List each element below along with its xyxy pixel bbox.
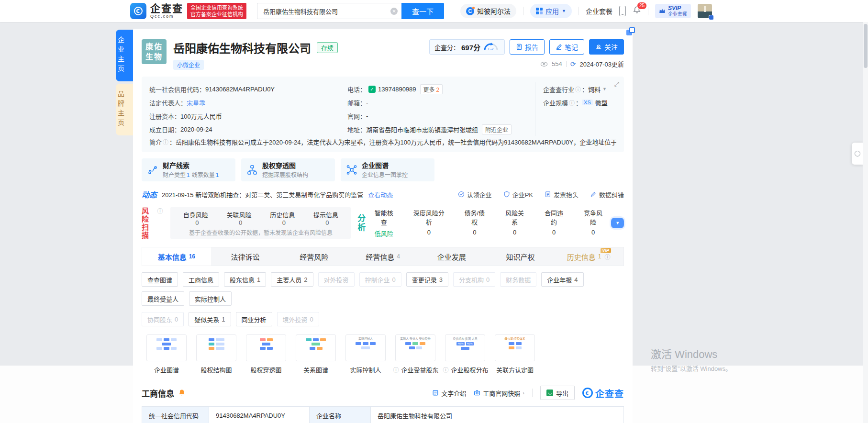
- chip-business-info[interactable]: 工商信息: [183, 272, 219, 287]
- chip-financial-data: 财务数据: [500, 272, 536, 287]
- invoice-icon: [545, 191, 551, 198]
- tab-company-home[interactable]: 企业主页: [116, 30, 133, 81]
- company-size-tag: 小微企业: [173, 60, 204, 70]
- graph-thumb: 实际人 受益人 受益股份: [395, 334, 435, 361]
- graph-equity-structure[interactable]: 股权结构图: [191, 334, 241, 374]
- view-dynamics-link[interactable]: 查看动态: [368, 190, 393, 199]
- qcc-brand[interactable]: 企查查 Qcc.com: [150, 3, 183, 19]
- risk-stat[interactable]: 关联风险0: [224, 210, 254, 226]
- scrollbar-thumb[interactable]: [864, 24, 868, 68]
- browser-extension-icon[interactable]: [626, 27, 636, 37]
- phone-more-button[interactable]: 更多2: [420, 84, 443, 94]
- side-float-widget[interactable]: [852, 143, 863, 165]
- chip-graph[interactable]: 查查图谱: [142, 272, 178, 287]
- card-property-clues[interactable]: 财产线索 财产类型1线索数量1: [142, 158, 235, 181]
- analysis-item[interactable]: 深度风险分析0: [412, 208, 446, 238]
- graph-related-parties[interactable]: 母公司/控股体系 关联方认定图: [490, 334, 540, 374]
- invoice-title-link[interactable]: 发票抬头: [545, 190, 579, 199]
- company-logo: 康佑生物: [142, 39, 167, 64]
- chip-annual-reports[interactable]: 企业年报4: [541, 272, 583, 287]
- search-input[interactable]: [263, 8, 390, 15]
- apps-grid-icon: [536, 8, 543, 14]
- legal-rep-link[interactable]: 宋星乖: [187, 98, 205, 107]
- report-button[interactable]: 报告: [510, 39, 545, 55]
- chip-peer-analysis[interactable]: 同业分析: [236, 312, 272, 326]
- notifications[interactable]: 25: [633, 6, 641, 16]
- risk-collapse-button[interactable]: ▼: [611, 218, 624, 228]
- qcc-score[interactable]: 企查分： 697分 L-7: [429, 39, 505, 55]
- mobile-app-icon[interactable]: [619, 6, 626, 16]
- tab-operation-risk[interactable]: 经营风险: [279, 247, 348, 266]
- official-snapshot-button[interactable]: 工商官网快照 ›: [474, 389, 524, 398]
- chip-overseas-investment: 境外投资0: [277, 312, 319, 326]
- zhibi-alpha-link[interactable]: C 知彼阿尔法: [460, 4, 516, 18]
- graph-beneficial-shareholders[interactable]: 实际人 受益人 受益股份 ⓘ企业受益股东: [390, 334, 440, 374]
- graph-equity-penetration[interactable]: 股权穿透图: [241, 334, 291, 374]
- chip-suspected-relations[interactable]: 疑似关系1: [189, 312, 231, 326]
- official-badge: 全国企业信用查询系统 官方备案企业征信机构: [187, 3, 246, 19]
- svip-package-badge[interactable]: SVIP 企业套餐: [655, 4, 691, 18]
- qcc-logo-icon[interactable]: [130, 3, 146, 19]
- text-intro-button[interactable]: 文字介绍: [432, 389, 466, 398]
- graph-relationship[interactable]: 关系图谱: [291, 334, 341, 374]
- enterprise-package-link[interactable]: 企业套餐: [586, 6, 612, 16]
- note-button[interactable]: 笔记: [549, 39, 584, 55]
- nearby-companies-button[interactable]: 附近企业: [482, 124, 512, 134]
- corner-expand-icon[interactable]: ⤢: [614, 80, 619, 88]
- search-box: ✕: [257, 3, 401, 19]
- divider: [566, 61, 567, 67]
- tab-company-development[interactable]: 企业发展: [417, 247, 486, 266]
- dynamics-label: 动态: [142, 189, 157, 200]
- tab-intellectual-property[interactable]: 知识产权: [486, 247, 555, 266]
- analysis-item[interactable]: 债务/债权0: [462, 208, 487, 238]
- tab-operation-info[interactable]: 经营信息4: [348, 247, 417, 266]
- credit-code: 91430682MA4RPADU0Y: [205, 86, 275, 93]
- chip-shareholders[interactable]: 股东信息1: [224, 272, 266, 287]
- graph-company-graph[interactable]: 企业图谱: [142, 334, 191, 374]
- analysis-item[interactable]: 智能核查低风险: [372, 208, 395, 238]
- industry-value[interactable]: 饲料: [588, 85, 601, 94]
- info-icon: ⓘ: [569, 99, 575, 107]
- follow-button[interactable]: 关注: [589, 39, 624, 55]
- analysis-item[interactable]: 竞争风险0: [582, 208, 605, 238]
- card-company-graph[interactable]: 企业图谱企业信息一图掌控: [341, 158, 434, 181]
- card-equity-penetration[interactable]: 股权穿透图挖掘深层股权结构: [241, 158, 335, 181]
- analysis-item[interactable]: 风险关系0: [503, 208, 526, 238]
- zhibi-alpha-icon: C: [466, 7, 474, 15]
- export-button[interactable]: 导出: [540, 386, 575, 400]
- chip-controlled-companies: 控制企业0: [359, 272, 401, 287]
- tab-legal-proceedings[interactable]: 法律诉讼: [211, 247, 280, 266]
- company-pk-link[interactable]: 企业PK: [503, 190, 533, 199]
- tab-brand-home[interactable]: 品牌主页: [116, 84, 133, 135]
- graph-equity-distribution[interactable]: 投资机构 集团 人员 40%40% ⓘ企业股权分布: [440, 334, 490, 374]
- clear-search-icon[interactable]: ✕: [390, 8, 398, 15]
- notification-count-badge: 25: [637, 2, 647, 10]
- updated-date: 2024-07-03更新: [580, 59, 624, 68]
- refresh-icon[interactable]: ⟳: [570, 60, 576, 68]
- analysis-item[interactable]: 合同违约0: [543, 208, 566, 238]
- analysis-panel: 智能核查低风险 深度风险分析0 债务/债权0 风险关系0 合同违约0 竞争风险0: [372, 208, 604, 238]
- chip-key-personnel[interactable]: 主要人员2: [271, 272, 313, 287]
- subscribe-bell-icon[interactable]: [178, 389, 186, 397]
- chip-actual-controller[interactable]: 实际控制人: [189, 291, 232, 306]
- search-button[interactable]: 查一下: [401, 3, 444, 19]
- business-info-header: 工商信息 文字介绍 工商官网快照 › 导出: [142, 386, 624, 400]
- risk-stat[interactable]: 提示信息0: [312, 210, 341, 226]
- text-doc-icon: [432, 390, 439, 396]
- info-col-mid: 电话：✓13974890989更多2 邮箱：- 官网：- 地址：湖南省岳阳市临湘…: [347, 82, 527, 136]
- tab-basic-info[interactable]: 基本信息16: [142, 247, 211, 266]
- tab-history-info[interactable]: VIP 历史信息1ⓘ: [555, 247, 623, 266]
- user-avatar[interactable]: [698, 4, 712, 18]
- risk-scan-icon: 风险扫描 ⓘ: [142, 207, 164, 239]
- claim-company-link[interactable]: 认领企业: [458, 190, 492, 199]
- caret-down-icon[interactable]: ▼: [602, 87, 607, 91]
- apps-menu[interactable]: 应用 ▼: [530, 4, 572, 18]
- risk-stat[interactable]: 自身风险0: [181, 210, 210, 226]
- graph-actual-controller[interactable]: 实际控制人 实际控制人: [341, 334, 390, 374]
- risk-stat[interactable]: 历史信息0: [268, 210, 297, 226]
- chip-ultimate-beneficiary[interactable]: 最终受益人: [142, 291, 184, 306]
- info-col-left: 统一社会信用代码：91430682MA4RPADU0Y 法定代表人：宋星乖 注册…: [149, 82, 340, 136]
- scrollbar-track[interactable]: [863, 22, 868, 423]
- chip-change-records[interactable]: 变更记录3: [406, 272, 448, 287]
- data-correction-link[interactable]: 数据纠错: [590, 190, 624, 199]
